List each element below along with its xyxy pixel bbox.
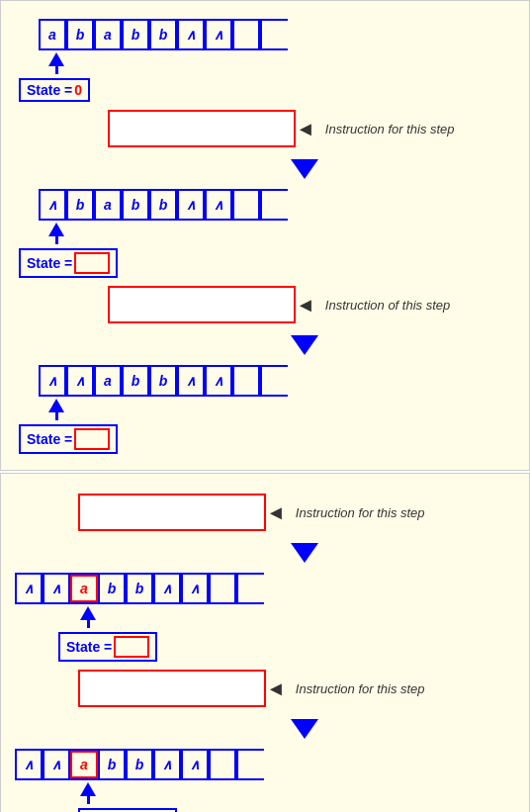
cell-3-7: _ [232,367,260,395]
instruction-arrow-p2-1: ◄ [266,501,286,524]
cell-p2-2-1: ∧ [43,575,70,602]
cell-2-7: _ [232,191,260,219]
tape-end-p2-3 [236,751,264,778]
arrow-up-p2-3 [78,782,98,804]
instruction-row-p2-1: ◄ Instruction for this step [78,494,521,531]
instruction-arrow-p2-2: ◄ [266,677,286,700]
state-input-2[interactable] [74,252,110,274]
cell-1-6: ∧ [205,21,232,48]
cell-1-7: _ [232,21,260,48]
arrow-head-1 [48,52,64,66]
cell-1-2: a [94,21,122,48]
panel-1: a b a b b ∧ ∧ _ State = 0 ◄ Instruction … [0,0,530,471]
arrow-head-3 [48,399,64,412]
arrow-line-p2-3 [87,796,90,804]
cell-p2-3-7: _ [209,751,236,778]
cell-2-5: ∧ [177,191,205,219]
arrow-up-2 [46,223,66,244]
instruction-label-2: Instruction of this step [325,298,450,313]
down-arrow-1 [88,155,521,183]
instruction-arrow-2: ◄ [296,294,315,316]
state-label-p2-2: State = [58,632,157,662]
step-3: ∧ ∧ a b b ∧ ∧ _ State = [9,365,521,454]
arrow-down-shape-p2-2 [291,719,318,739]
cell-p2-3-3: b [98,751,126,778]
state-row-p2-2: State = [58,632,521,662]
cell-3-6: ∧ [205,367,232,395]
cell-2-1: b [66,191,94,219]
step-1: a b a b b ∧ ∧ _ State = 0 ◄ Instruction … [9,19,521,147]
down-arrow-p2-1 [88,539,521,567]
state-row-3: State = [19,424,521,454]
arrow-line-1 [55,66,58,74]
instruction-arrow-1: ◄ [296,118,315,140]
tape-end-2 [260,191,288,219]
cell-p2-3-2: a [70,751,98,778]
instruction-label-p2-2: Instruction for this step [296,681,425,696]
instruction-row-2: ◄ Instruction of this step [108,286,521,323]
tape-cells-1: a b a b b ∧ ∧ _ [39,19,288,50]
cell-3-3: b [122,367,149,395]
tape-2: ∧ b a b b ∧ ∧ _ [39,189,521,221]
arrow-up-1 [46,52,66,74]
cell-p2-3-1: ∧ [43,751,70,778]
step-p2-2: ∧ ∧ a b b ∧ ∧ _ State = ◄ Instruction [9,573,521,707]
down-arrow-2 [88,331,521,359]
cell-3-2: a [94,367,122,395]
step-p2-3: ∧ ∧ a b b ∧ ∧ _ State = [9,749,521,812]
state-input-3[interactable] [74,428,110,450]
instruction-box-1[interactable] [108,110,296,147]
tape-cells-p2-3: ∧ ∧ a b b ∧ ∧ _ [15,749,264,780]
cell-p2-2-4: b [126,575,153,602]
cell-p2-3-4: b [126,751,153,778]
tape-end-3 [260,367,288,395]
cell-1-3: b [122,21,149,48]
cell-p2-3-0: ∧ [15,751,43,778]
tape-cells-p2-2: ∧ ∧ a b b ∧ ∧ _ [15,573,264,604]
cell-p2-2-3: b [98,575,126,602]
state-row-1: State = 0 [19,78,521,102]
cell-3-1: ∧ [66,367,94,395]
state-row-2: State = [19,248,521,278]
tape-cells-2: ∧ b a b b ∧ ∧ _ [39,189,288,221]
tape-end-1 [260,21,288,48]
panel-2: ◄ Instruction for this step ∧ ∧ a b b ∧ … [0,473,530,812]
tape-end-p2-2 [236,575,264,602]
arrow-up-p2-2 [78,606,98,628]
tape-cells-3: ∧ ∧ a b b ∧ ∧ _ [39,365,288,397]
arrow-down-shape-p2-1 [291,543,318,563]
state-row-p2-3: State = [78,808,521,812]
tape-p2-2: ∧ ∧ a b b ∧ ∧ _ [15,573,521,604]
instruction-row-p2-2: ◄ Instruction for this step [78,670,521,707]
arrow-up-3 [46,399,66,420]
state-label-3: State = [19,424,118,454]
instruction-label-1: Instruction for this step [325,122,455,136]
step-2: ∧ b a b b ∧ ∧ _ State = ◄ Instruction of… [9,189,521,323]
state-label-2: State = [19,248,118,278]
instruction-label-p2-1: Instruction for this step [296,505,425,520]
cell-p2-2-5: ∧ [153,575,181,602]
cell-2-6: ∧ [205,191,232,219]
instruction-box-p2-2[interactable] [78,670,266,707]
arrow-head-p2-2 [80,606,96,620]
cell-p2-3-5: ∧ [153,751,181,778]
instruction-box-2[interactable] [108,286,296,323]
cell-2-4: b [149,191,177,219]
arrow-line-2 [55,236,58,244]
cell-3-5: ∧ [177,367,205,395]
cell-p2-2-6: ∧ [181,575,209,602]
cell-2-2: a [94,191,122,219]
down-arrow-p2-2 [88,715,521,743]
instruction-row-1: ◄ Instruction for this step [108,110,521,147]
arrow-line-p2-2 [87,620,90,628]
instruction-box-p2-1[interactable] [78,494,266,531]
tape-1: a b a b b ∧ ∧ _ [39,19,521,50]
tape-3: ∧ ∧ a b b ∧ ∧ _ [39,365,521,397]
tape-p2-3: ∧ ∧ a b b ∧ ∧ _ [15,749,521,780]
state-label-1: State = 0 [19,78,90,102]
cell-1-0: a [39,21,66,48]
state-label-p2-3: State = [78,808,177,812]
cell-p2-2-0: ∧ [15,575,43,602]
state-input-p2-2[interactable] [114,636,149,658]
arrow-head-2 [48,223,64,236]
